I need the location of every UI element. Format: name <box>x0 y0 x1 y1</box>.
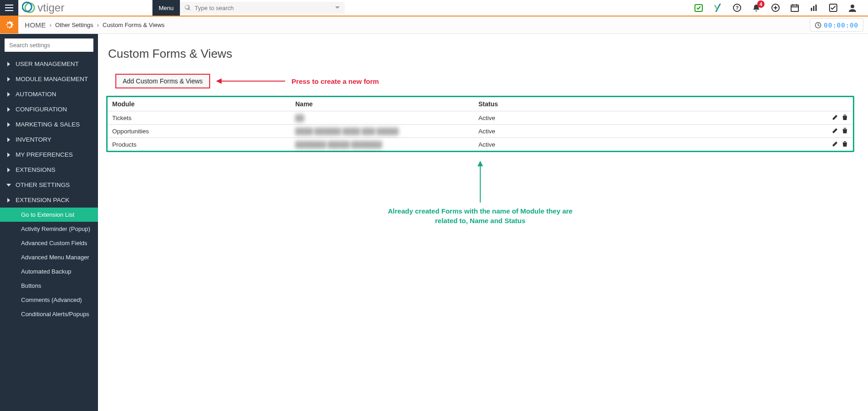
xing-button[interactable] <box>713 3 722 12</box>
cell-actions <box>816 125 853 138</box>
cell-name: ██ <box>291 111 474 125</box>
edit-icon[interactable] <box>832 140 839 147</box>
delete-icon[interactable] <box>841 127 848 134</box>
table-row[interactable]: Tickets██Active <box>108 111 853 125</box>
sidebar-sub-advanced-menu-manager[interactable]: Advanced Menu Manager <box>0 250 98 264</box>
notifications-badge: 4 <box>757 0 765 8</box>
svg-rect-0 <box>5 5 13 5</box>
reports-button[interactable] <box>809 3 819 12</box>
table-row[interactable]: Products███████ █████ ███████Active <box>108 138 853 151</box>
col-status: Status <box>474 97 816 111</box>
annotation-arrow-down-icon <box>480 161 481 203</box>
user-menu-button[interactable] <box>848 3 857 12</box>
bar-chart-icon <box>810 4 818 12</box>
topbar: vtiger Menu ? 4 <box>0 0 868 16</box>
breadcrumb: HOME › Other Settings › Custom Forms & V… <box>18 16 810 33</box>
svg-rect-8 <box>811 8 812 11</box>
vtiger-logo[interactable]: vtiger <box>18 0 70 16</box>
cell-status: Active <box>474 111 816 125</box>
svg-point-12 <box>851 5 854 8</box>
annotation-table-text-l1: Already created Forms with the name of M… <box>388 207 572 215</box>
add-custom-form-button[interactable]: Add Custom Forms & Views <box>115 74 210 88</box>
sidebar-item-label: EXTENSION PACK <box>16 197 70 203</box>
xing-icon <box>714 4 722 12</box>
breadcrumb-level2[interactable]: Custom Forms & Views <box>103 22 165 28</box>
timer-widget[interactable]: 00:00:00 <box>810 18 863 32</box>
calendar-icon <box>791 4 799 12</box>
calendar-check-button[interactable] <box>694 3 703 12</box>
edit-icon[interactable] <box>832 114 839 121</box>
sidebar-item-label: CONFIGURATION <box>16 106 67 113</box>
calendar-button[interactable] <box>790 3 799 12</box>
search-input[interactable] <box>194 4 335 12</box>
annotation-add-text: Press to create a new form <box>292 77 379 85</box>
cell-status: Active <box>474 125 816 138</box>
add-button[interactable] <box>771 3 780 12</box>
timer-value: 00:00:00 <box>824 22 858 29</box>
cell-module: Opportunities <box>108 125 291 138</box>
checkbox-icon <box>829 4 837 12</box>
sidebar-sub-automated-backup[interactable]: Automated Backup <box>0 264 98 279</box>
svg-rect-2 <box>5 10 13 11</box>
edit-icon[interactable] <box>832 127 839 134</box>
sidebar-item-other-settings[interactable]: OTHER SETTINGS <box>0 177 98 192</box>
sidebar-item-configuration[interactable]: CONFIGURATION <box>0 102 98 117</box>
clock-icon <box>815 22 821 28</box>
sidebar-item-inventory[interactable]: INVENTORY <box>0 132 98 147</box>
settings-gear-button[interactable] <box>0 16 18 33</box>
menu-button[interactable]: Menu <box>152 0 180 16</box>
forms-table: Module Name Status Tickets██ActiveOpport… <box>108 97 853 151</box>
col-module: Module <box>108 97 291 111</box>
chevron-down-icon[interactable] <box>335 5 340 11</box>
sidebar-item-label: MY PREFERENCES <box>16 151 73 158</box>
user-icon <box>848 4 857 12</box>
sidebar-item-module-management[interactable]: MODULE MANAGEMENT <box>0 71 98 87</box>
delete-icon[interactable] <box>841 140 848 147</box>
svg-rect-1 <box>5 7 13 8</box>
sidebar-item-user-management[interactable]: USER MANAGEMENT <box>0 56 98 71</box>
sidebar-sub-activity-reminder[interactable]: Activity Reminder (Popup) <box>0 222 98 236</box>
sidebar-search-input[interactable] <box>5 38 93 52</box>
global-search[interactable] <box>180 2 345 14</box>
top-icons: ? 4 <box>694 0 868 16</box>
sidebar-sub-comments-advanced[interactable]: Comments (Advanced) <box>0 293 98 307</box>
gear-icon <box>5 21 14 30</box>
delete-icon[interactable] <box>841 114 848 121</box>
notifications-button[interactable]: 4 <box>752 3 761 12</box>
sidebar-item-my-preferences[interactable]: MY PREFERENCES <box>0 147 98 162</box>
search-icon <box>184 5 191 11</box>
page-title: Custom Forms & Views <box>108 47 854 61</box>
sidebar-item-label: AUTOMATION <box>16 91 56 98</box>
help-icon: ? <box>733 4 741 12</box>
sidebar-sub-buttons[interactable]: Buttons <box>0 279 98 293</box>
sidebar-item-label: INVENTORY <box>16 136 51 143</box>
table-row[interactable]: Opportunities████ ██████ ████ ███ █████A… <box>108 125 853 138</box>
sidebar-item-marketing-sales[interactable]: MARKETING & SALES <box>0 117 98 132</box>
tasks-button[interactable] <box>829 3 838 12</box>
sidebar-item-extension-pack[interactable]: EXTENSION PACK <box>0 192 98 208</box>
cell-module: Tickets <box>108 111 291 125</box>
hamburger-icon <box>5 5 13 11</box>
sidebar-item-label: MARKETING & SALES <box>16 121 80 128</box>
vtiger-logo-icon <box>22 1 38 14</box>
sidebar-item-automation[interactable]: AUTOMATION <box>0 87 98 102</box>
breadcrumb-sep: › <box>97 22 99 28</box>
breadcrumb-home[interactable]: HOME <box>25 21 46 29</box>
sidebar-item-label: USER MANAGEMENT <box>16 60 79 67</box>
svg-rect-10 <box>815 5 817 11</box>
cell-status: Active <box>474 138 816 151</box>
sidebar-item-extensions[interactable]: EXTENSIONS <box>0 162 98 177</box>
sidebar-sub-conditional-alerts[interactable]: Conditional Alerts/Popups <box>0 307 98 321</box>
forms-table-wrap: Module Name Status Tickets██ActiveOpport… <box>106 96 854 152</box>
sidebar-item-label: OTHER SETTINGS <box>16 181 70 188</box>
sidebar-sub-extension-list[interactable]: Go to Extension List <box>0 208 98 222</box>
svg-rect-9 <box>813 6 814 11</box>
main-content: Custom Forms & Views Add Custom Forms & … <box>98 34 868 411</box>
help-button[interactable]: ? <box>732 3 742 12</box>
cell-module: Products <box>108 138 291 151</box>
sidebar-sub-advanced-custom-fields[interactable]: Advanced Custom Fields <box>0 236 98 250</box>
plus-circle-icon <box>771 4 780 12</box>
breadcrumb-level1[interactable]: Other Settings <box>55 22 93 28</box>
hamburger-menu-button[interactable] <box>0 0 18 16</box>
add-button-row: Add Custom Forms & Views Press to create… <box>115 74 854 88</box>
